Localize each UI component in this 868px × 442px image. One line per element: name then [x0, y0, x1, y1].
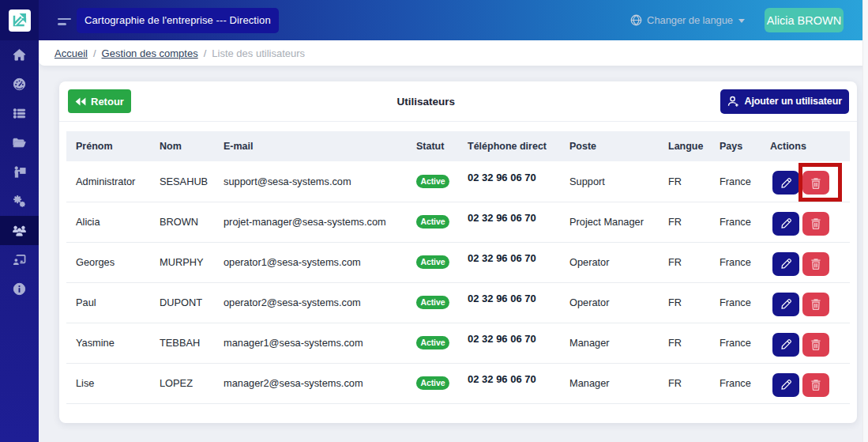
delete-button[interactable] [802, 293, 829, 316]
delete-button[interactable] [802, 333, 829, 357]
cell-role: Support [560, 161, 659, 202]
phone-value: 02 32 96 06 70 [468, 293, 536, 304]
language-menu-label: Changer de langue [647, 14, 733, 26]
cell-role: Operator [560, 242, 659, 282]
table-row: Lise LOPEZ manager2@sesa-systems.com Act… [66, 363, 850, 403]
add-user-button[interactable]: Ajouter un utilisateur [720, 89, 849, 114]
table-row: Georges MURPHY operator1@sesa-systems.co… [66, 242, 850, 282]
back-button[interactable]: Retour [68, 89, 131, 113]
cell-firstname: Yasmine [66, 323, 150, 363]
cell-email: manager1@sesa-systems.com [214, 323, 407, 363]
cell-email: support@sesa-systems.com [214, 161, 407, 202]
scrollbar[interactable] [862, 0, 868, 442]
language-menu[interactable]: Changer de langue [630, 14, 745, 26]
cell-actions [761, 161, 850, 202]
cell-role: Project Manager [560, 202, 659, 242]
col-header-firstname: Prénom [66, 131, 150, 161]
backward-icon [75, 97, 86, 106]
cell-firstname: Alicia [66, 202, 150, 242]
pencil-icon [780, 177, 792, 189]
cell-email: operator2@sesa-systems.com [214, 282, 407, 323]
edit-button[interactable] [772, 293, 799, 316]
topbar: Cartographie de l'entreprise --- Directi… [39, 0, 862, 40]
cell-status: Active [407, 363, 458, 403]
add-button-label: Ajouter un utilisateur [744, 96, 842, 107]
delete-button[interactable] [802, 171, 829, 195]
cell-country: France [710, 323, 761, 363]
sidebar-nav [0, 40, 39, 304]
cell-language: FR [659, 202, 710, 242]
edit-button[interactable] [772, 212, 799, 236]
cell-phone: 02 32 96 06 70 [458, 363, 560, 403]
status-badge: Active [416, 376, 449, 391]
status-badge: Active [416, 336, 449, 350]
sidebar-item-users[interactable] [0, 216, 39, 245]
sidebar-item-screens[interactable] [0, 245, 39, 274]
folder-open-icon [13, 136, 26, 149]
info-circle-icon [13, 282, 26, 296]
cell-language: FR [659, 323, 710, 363]
breadcrumb-accounts-link[interactable]: Gestion des comptes [102, 47, 198, 59]
chalkboard-user-icon [13, 253, 26, 266]
gears-icon [13, 195, 26, 208]
user-button[interactable]: Alicia BROWN [765, 8, 844, 32]
status-badge: Active [416, 296, 449, 310]
sidebar-item-dashboard[interactable] [0, 70, 39, 99]
cell-status: Active [407, 242, 458, 282]
sidebar-item-home[interactable] [0, 40, 39, 70]
delete-button[interactable] [802, 252, 829, 276]
cell-status: Active [407, 323, 458, 363]
trash-icon [810, 177, 821, 189]
cell-country: France [710, 282, 761, 323]
edit-button[interactable] [772, 252, 799, 276]
trash-icon [810, 338, 821, 350]
topbar-right: Changer de langue Alicia BROWN [630, 8, 862, 32]
sidebar-item-settings[interactable] [0, 187, 39, 216]
status-badge: Active [416, 215, 449, 229]
cell-firstname: Administrator [66, 161, 150, 202]
breadcrumb-home-link[interactable]: Accueil [54, 47, 88, 59]
status-badge: Active [416, 255, 449, 270]
edit-button[interactable] [772, 373, 799, 397]
edit-button[interactable] [772, 333, 799, 357]
delete-button[interactable] [802, 373, 829, 397]
back-button-label: Retour [91, 96, 124, 108]
cell-phone: 02 32 96 06 70 [458, 202, 560, 242]
cell-language: FR [659, 242, 710, 282]
breadcrumb: Accueil / Gestion des comptes / Liste de… [39, 40, 868, 66]
gauge-icon [13, 77, 26, 91]
cell-lastname: SESAHUB [150, 161, 214, 202]
cell-email: projet-manager@sesa-systems.com [214, 202, 407, 242]
col-header-role: Poste [560, 131, 659, 161]
home-icon [13, 48, 26, 62]
logo-icon [9, 9, 31, 32]
cell-lastname: TEBBAH [150, 323, 214, 363]
pencil-icon [780, 217, 792, 229]
sidebar-item-documents[interactable] [0, 128, 39, 157]
status-badge: Active [416, 175, 449, 189]
sidebar-item-lists[interactable] [0, 99, 39, 128]
globe-icon [630, 14, 642, 26]
phone-value: 02 32 96 06 70 [468, 373, 536, 385]
users-table: Prénom Nom E-mail Statut Téléphone direc… [66, 131, 850, 404]
table-row: Administrator SESAHUB support@sesa-syste… [66, 161, 850, 202]
sidebar-toggle-icon[interactable] [58, 18, 71, 25]
edit-button[interactable] [772, 171, 799, 195]
cell-phone: 02 32 96 06 70 [458, 282, 560, 323]
app-logo[interactable] [0, 0, 39, 40]
trash-icon [810, 298, 821, 310]
sidebar-item-about[interactable] [0, 274, 39, 304]
cell-actions [761, 323, 850, 363]
phone-value: 02 32 96 06 70 [468, 212, 536, 224]
cell-role: Manager [560, 363, 659, 403]
cell-lastname: MURPHY [150, 242, 214, 282]
delete-button[interactable] [802, 212, 829, 236]
cell-firstname: Paul [66, 282, 150, 323]
cell-phone: 02 32 96 06 70 [458, 242, 560, 282]
table-row: Alicia BROWN projet-manager@sesa-systems… [66, 202, 850, 242]
cell-role: Manager [560, 323, 659, 363]
cell-language: FR [659, 161, 710, 202]
cell-status: Active [407, 282, 458, 323]
sidebar-item-presentation[interactable] [0, 157, 39, 187]
phone-value: 02 32 96 06 70 [468, 172, 536, 183]
